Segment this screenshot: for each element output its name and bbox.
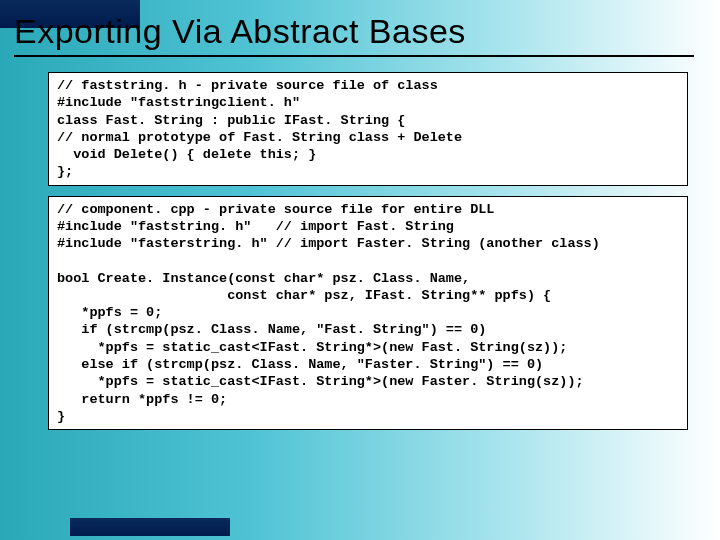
code-block-faststring-h: // faststring. h - private source file o… bbox=[48, 72, 688, 186]
slide-content: // faststring. h - private source file o… bbox=[48, 72, 688, 440]
slide-title: Exporting Via Abstract Bases bbox=[14, 12, 694, 57]
code-block-component-cpp: // component. cpp - private source file … bbox=[48, 196, 688, 430]
bottom-accent-bar bbox=[70, 518, 230, 536]
